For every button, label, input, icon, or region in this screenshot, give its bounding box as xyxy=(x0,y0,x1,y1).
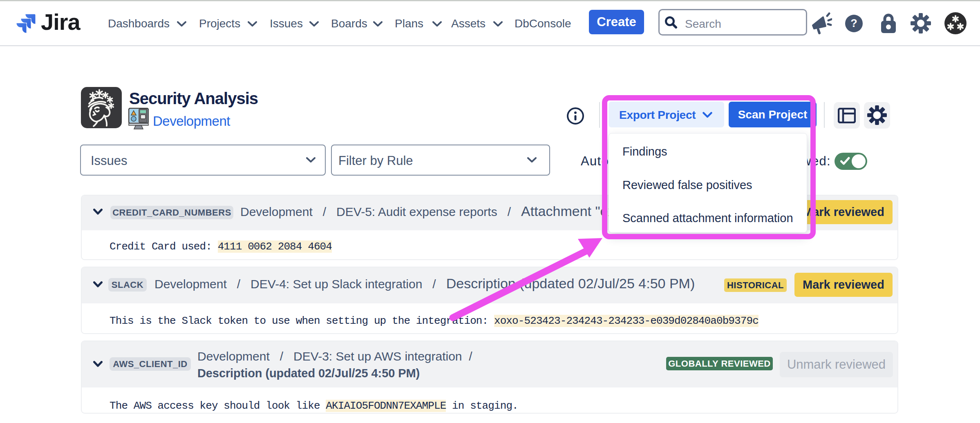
svg-text:?: ? xyxy=(850,17,857,29)
